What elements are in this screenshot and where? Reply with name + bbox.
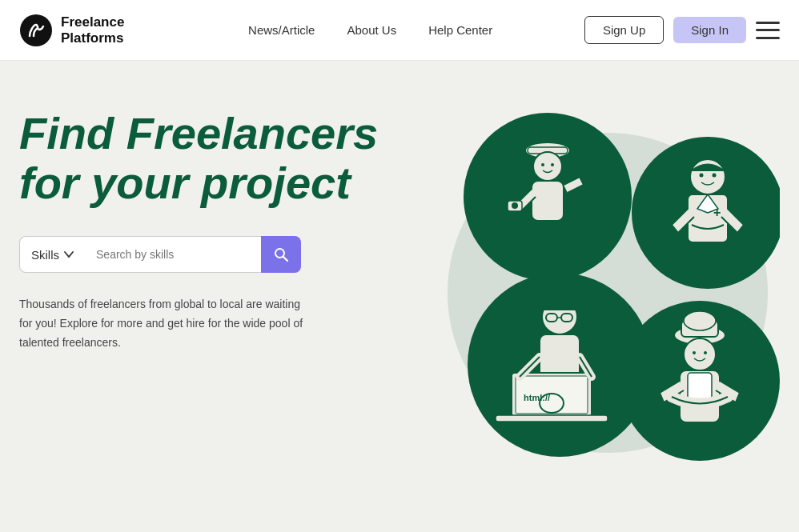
hero-title: Find Freelancers for your project — [19, 109, 436, 207]
search-icon — [273, 246, 289, 262]
hamburger-line-2 — [756, 29, 780, 31]
chevron-down-icon — [64, 250, 74, 259]
brand-name: Freelance Platforms — [61, 14, 124, 46]
navbar-actions: Sign Up Sign In — [584, 16, 780, 44]
navbar: Freelance Platforms News/Article About U… — [0, 0, 799, 61]
brand-name-line1: Freelance — [61, 14, 124, 30]
nav-links: News/Article About Us Help Center — [248, 23, 492, 37]
hero-illustration: + — [452, 93, 780, 509]
signup-button[interactable]: Sign Up — [584, 16, 664, 44]
svg-text:+: + — [713, 206, 721, 219]
svg-point-36 — [704, 351, 707, 354]
brand-logo-icon — [19, 14, 53, 47]
svg-point-9 — [551, 163, 554, 166]
hamburger-line-3 — [756, 37, 780, 39]
hero-section: Find Freelancers for your project Skills… — [0, 61, 799, 532]
hero-title-line2: for your project — [19, 158, 351, 208]
nav-link-news[interactable]: News/Article — [248, 23, 315, 37]
svg-point-12 — [512, 202, 518, 209]
signin-button[interactable]: Sign In — [673, 17, 746, 43]
svg-point-16 — [713, 174, 717, 178]
hero-description: Thousands of freelancers from global to … — [19, 295, 307, 352]
svg-point-8 — [541, 163, 544, 166]
svg-point-33 — [684, 311, 716, 330]
hero-title-line1: Find Freelancers — [19, 108, 378, 158]
freelancers-illustration: + — [436, 93, 780, 501]
search-button[interactable] — [261, 236, 301, 273]
navbar-brand: Freelance Platforms — [19, 14, 124, 47]
search-input[interactable] — [85, 236, 261, 273]
nav-link-about[interactable]: About Us — [347, 23, 396, 37]
svg-point-35 — [693, 351, 696, 354]
hamburger-menu-button[interactable] — [756, 22, 780, 39]
svg-rect-24 — [540, 334, 580, 378]
svg-point-15 — [700, 174, 704, 178]
svg-line-2 — [283, 257, 288, 262]
svg-point-7 — [533, 152, 562, 181]
skills-dropdown[interactable]: Skills — [19, 236, 85, 273]
search-row: Skills — [19, 236, 436, 273]
hamburger-line-1 — [756, 22, 780, 24]
nav-link-help[interactable]: Help Center — [428, 23, 492, 37]
brand-name-line2: Platforms — [61, 30, 123, 46]
svg-rect-10 — [532, 181, 564, 221]
skills-label: Skills — [31, 248, 59, 262]
svg-point-34 — [684, 338, 716, 370]
hero-content: Find Freelancers for your project Skills… — [19, 93, 436, 353]
svg-rect-27 — [496, 415, 608, 422]
